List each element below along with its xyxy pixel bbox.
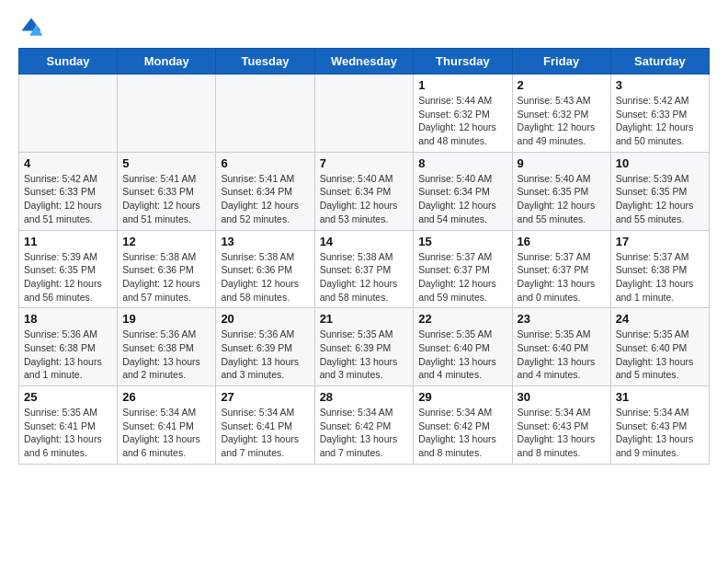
day-number: 15 bbox=[418, 235, 506, 248]
calendar-cell: 11Sunrise: 5:39 AM Sunset: 6:35 PM Dayli… bbox=[19, 230, 118, 308]
calendar-cell: 12Sunrise: 5:38 AM Sunset: 6:36 PM Dayli… bbox=[118, 230, 216, 308]
calendar-cell bbox=[216, 75, 314, 153]
calendar-cell: 21Sunrise: 5:35 AM Sunset: 6:39 PM Dayli… bbox=[314, 308, 414, 386]
day-info: Sunrise: 5:36 AM Sunset: 6:38 PM Dayligh… bbox=[24, 327, 112, 382]
calendar-week-row-2: 4Sunrise: 5:42 AM Sunset: 6:33 PM Daylig… bbox=[19, 152, 710, 230]
day-number: 27 bbox=[221, 390, 309, 404]
day-number: 4 bbox=[24, 156, 112, 170]
calendar-cell bbox=[314, 75, 414, 153]
page: SundayMondayTuesdayWednesdayThursdayFrid… bbox=[0, 0, 728, 479]
day-info: Sunrise: 5:43 AM Sunset: 6:32 PM Dayligh… bbox=[518, 94, 606, 148]
calendar-cell: 5Sunrise: 5:41 AM Sunset: 6:33 PM Daylig… bbox=[118, 152, 216, 230]
day-number: 3 bbox=[616, 78, 704, 92]
day-info: Sunrise: 5:39 AM Sunset: 6:35 PM Dayligh… bbox=[616, 172, 704, 226]
calendar-week-row-1: 1Sunrise: 5:44 AM Sunset: 6:32 PM Daylig… bbox=[19, 75, 710, 153]
day-info: Sunrise: 5:37 AM Sunset: 6:37 PM Dayligh… bbox=[518, 250, 606, 304]
day-number: 5 bbox=[122, 156, 210, 170]
day-info: Sunrise: 5:35 AM Sunset: 6:39 PM Dayligh… bbox=[320, 327, 409, 382]
weekday-header-saturday: Saturday bbox=[610, 49, 709, 75]
day-info: Sunrise: 5:40 AM Sunset: 6:35 PM Dayligh… bbox=[518, 172, 606, 226]
calendar-cell bbox=[19, 75, 118, 153]
header-area bbox=[18, 15, 710, 40]
day-number: 18 bbox=[24, 312, 112, 326]
calendar-cell bbox=[118, 75, 216, 153]
day-number: 20 bbox=[221, 312, 309, 326]
calendar-cell: 1Sunrise: 5:44 AM Sunset: 6:32 PM Daylig… bbox=[414, 75, 512, 153]
day-info: Sunrise: 5:36 AM Sunset: 6:39 PM Dayligh… bbox=[221, 327, 309, 382]
day-info: Sunrise: 5:42 AM Sunset: 6:33 PM Dayligh… bbox=[616, 94, 704, 148]
day-info: Sunrise: 5:35 AM Sunset: 6:41 PM Dayligh… bbox=[24, 406, 112, 460]
day-info: Sunrise: 5:39 AM Sunset: 6:35 PM Dayligh… bbox=[24, 250, 112, 304]
day-number: 16 bbox=[518, 235, 606, 248]
calendar-cell: 15Sunrise: 5:37 AM Sunset: 6:37 PM Dayli… bbox=[414, 230, 512, 308]
day-number: 2 bbox=[518, 78, 606, 92]
calendar-cell: 25Sunrise: 5:35 AM Sunset: 6:41 PM Dayli… bbox=[19, 386, 118, 465]
day-number: 1 bbox=[418, 78, 506, 92]
weekday-header-friday: Friday bbox=[512, 49, 610, 75]
calendar-cell: 19Sunrise: 5:36 AM Sunset: 6:38 PM Dayli… bbox=[118, 308, 216, 386]
calendar-cell: 23Sunrise: 5:35 AM Sunset: 6:40 PM Dayli… bbox=[512, 308, 610, 386]
day-number: 9 bbox=[518, 156, 606, 170]
day-info: Sunrise: 5:34 AM Sunset: 6:41 PM Dayligh… bbox=[122, 406, 210, 460]
calendar-table: SundayMondayTuesdayWednesdayThursdayFrid… bbox=[18, 48, 710, 465]
day-number: 10 bbox=[616, 156, 704, 170]
day-number: 24 bbox=[616, 312, 704, 326]
calendar-cell: 29Sunrise: 5:34 AM Sunset: 6:42 PM Dayli… bbox=[414, 386, 512, 465]
day-info: Sunrise: 5:37 AM Sunset: 6:37 PM Dayligh… bbox=[418, 250, 506, 304]
day-info: Sunrise: 5:35 AM Sunset: 6:40 PM Dayligh… bbox=[418, 327, 506, 382]
calendar-cell: 3Sunrise: 5:42 AM Sunset: 6:33 PM Daylig… bbox=[610, 75, 709, 153]
day-number: 11 bbox=[24, 235, 112, 248]
day-info: Sunrise: 5:35 AM Sunset: 6:40 PM Dayligh… bbox=[518, 327, 606, 382]
weekday-header-row: SundayMondayTuesdayWednesdayThursdayFrid… bbox=[19, 49, 710, 75]
day-info: Sunrise: 5:34 AM Sunset: 6:43 PM Dayligh… bbox=[616, 406, 704, 460]
day-info: Sunrise: 5:38 AM Sunset: 6:36 PM Dayligh… bbox=[221, 250, 309, 304]
day-number: 14 bbox=[320, 235, 409, 248]
day-number: 7 bbox=[320, 156, 409, 170]
day-info: Sunrise: 5:38 AM Sunset: 6:37 PM Dayligh… bbox=[320, 250, 409, 304]
weekday-header-tuesday: Tuesday bbox=[216, 49, 314, 75]
day-number: 12 bbox=[122, 235, 210, 248]
day-number: 23 bbox=[518, 312, 606, 326]
logo-icon bbox=[18, 15, 44, 40]
calendar-cell: 28Sunrise: 5:34 AM Sunset: 6:42 PM Dayli… bbox=[314, 386, 414, 465]
calendar-cell: 22Sunrise: 5:35 AM Sunset: 6:40 PM Dayli… bbox=[414, 308, 512, 386]
day-info: Sunrise: 5:41 AM Sunset: 6:34 PM Dayligh… bbox=[221, 172, 309, 226]
day-info: Sunrise: 5:40 AM Sunset: 6:34 PM Dayligh… bbox=[418, 172, 506, 226]
calendar-cell: 8Sunrise: 5:40 AM Sunset: 6:34 PM Daylig… bbox=[414, 152, 512, 230]
day-number: 22 bbox=[418, 312, 506, 326]
calendar-cell: 14Sunrise: 5:38 AM Sunset: 6:37 PM Dayli… bbox=[314, 230, 414, 308]
calendar-week-row-5: 25Sunrise: 5:35 AM Sunset: 6:41 PM Dayli… bbox=[19, 386, 710, 465]
day-number: 26 bbox=[122, 390, 210, 404]
calendar-cell: 18Sunrise: 5:36 AM Sunset: 6:38 PM Dayli… bbox=[19, 308, 118, 386]
day-number: 31 bbox=[616, 390, 704, 404]
weekday-header-sunday: Sunday bbox=[19, 49, 118, 75]
day-number: 21 bbox=[320, 312, 409, 326]
day-info: Sunrise: 5:34 AM Sunset: 6:42 PM Dayligh… bbox=[320, 406, 409, 460]
day-info: Sunrise: 5:35 AM Sunset: 6:40 PM Dayligh… bbox=[616, 327, 704, 382]
logo bbox=[18, 15, 48, 40]
calendar-cell: 9Sunrise: 5:40 AM Sunset: 6:35 PM Daylig… bbox=[512, 152, 610, 230]
day-info: Sunrise: 5:42 AM Sunset: 6:33 PM Dayligh… bbox=[24, 172, 112, 226]
weekday-header-thursday: Thursday bbox=[414, 49, 512, 75]
calendar-cell: 17Sunrise: 5:37 AM Sunset: 6:38 PM Dayli… bbox=[610, 230, 709, 308]
day-number: 29 bbox=[418, 390, 506, 404]
day-info: Sunrise: 5:44 AM Sunset: 6:32 PM Dayligh… bbox=[418, 94, 506, 148]
calendar-cell: 26Sunrise: 5:34 AM Sunset: 6:41 PM Dayli… bbox=[118, 386, 216, 465]
day-number: 19 bbox=[122, 312, 210, 326]
calendar-cell: 16Sunrise: 5:37 AM Sunset: 6:37 PM Dayli… bbox=[512, 230, 610, 308]
calendar-cell: 4Sunrise: 5:42 AM Sunset: 6:33 PM Daylig… bbox=[19, 152, 118, 230]
day-info: Sunrise: 5:37 AM Sunset: 6:38 PM Dayligh… bbox=[616, 250, 704, 304]
day-info: Sunrise: 5:34 AM Sunset: 6:41 PM Dayligh… bbox=[221, 406, 309, 460]
calendar-cell: 6Sunrise: 5:41 AM Sunset: 6:34 PM Daylig… bbox=[216, 152, 314, 230]
day-number: 8 bbox=[418, 156, 506, 170]
weekday-header-monday: Monday bbox=[118, 49, 216, 75]
day-info: Sunrise: 5:36 AM Sunset: 6:38 PM Dayligh… bbox=[122, 327, 210, 382]
weekday-header-wednesday: Wednesday bbox=[314, 49, 414, 75]
day-number: 17 bbox=[616, 235, 704, 248]
day-info: Sunrise: 5:40 AM Sunset: 6:34 PM Dayligh… bbox=[320, 172, 409, 226]
calendar-cell: 24Sunrise: 5:35 AM Sunset: 6:40 PM Dayli… bbox=[610, 308, 709, 386]
calendar-week-row-4: 18Sunrise: 5:36 AM Sunset: 6:38 PM Dayli… bbox=[19, 308, 710, 386]
day-number: 13 bbox=[221, 235, 309, 248]
day-info: Sunrise: 5:41 AM Sunset: 6:33 PM Dayligh… bbox=[122, 172, 210, 226]
calendar-cell: 10Sunrise: 5:39 AM Sunset: 6:35 PM Dayli… bbox=[610, 152, 709, 230]
